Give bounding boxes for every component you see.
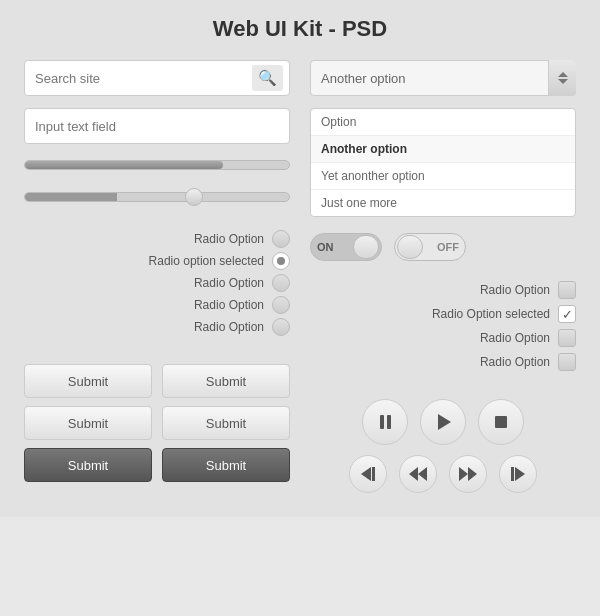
radio-row-5: Radio Option — [24, 318, 290, 336]
checkbox-4[interactable] — [558, 353, 576, 371]
submit-button-6[interactable]: Submit — [162, 448, 290, 482]
toggle-off-thumb — [397, 235, 423, 259]
radio-row-4: Radio Option — [24, 296, 290, 314]
radio-button-1[interactable] — [272, 230, 290, 248]
slider-input[interactable] — [24, 192, 290, 202]
pause-button[interactable] — [362, 399, 408, 445]
radio-button-2[interactable] — [272, 252, 290, 270]
fast-forward-icon — [459, 467, 477, 481]
media-controls — [310, 399, 576, 493]
buttons-row-3: Submit Submit — [24, 448, 290, 482]
checkbox-1[interactable] — [558, 281, 576, 299]
pause-bar-right — [387, 415, 391, 429]
text-input[interactable] — [24, 108, 290, 144]
checkbox-label-4: Radio Option — [480, 355, 550, 369]
progress-bar — [24, 160, 290, 170]
submit-button-2[interactable]: Submit — [162, 364, 290, 398]
radio-row-2: Radio option selected — [24, 252, 290, 270]
fast-forward-button[interactable] — [449, 455, 487, 493]
media-section — [310, 399, 576, 493]
buttons-row-1: Submit Submit — [24, 364, 290, 398]
skip-prev-icon — [361, 467, 375, 481]
arrow-down-icon — [558, 79, 568, 84]
checkbox-label-3: Radio Option — [480, 331, 550, 345]
radio-label-5: Radio Option — [194, 320, 264, 334]
toggle-row: ON OFF — [310, 233, 576, 261]
search-icon[interactable]: 🔍 — [252, 65, 283, 91]
dropdown-list: Option Another option Yet anonther optio… — [310, 108, 576, 217]
dropdown-container: Select an option Option Another option Y… — [310, 60, 576, 96]
skip-prev-button[interactable] — [349, 455, 387, 493]
play-button[interactable] — [420, 399, 466, 445]
toggle-off-label: OFF — [431, 241, 465, 253]
checkbox-3[interactable] — [558, 329, 576, 347]
play-icon — [438, 414, 451, 430]
search-box: 🔍 — [24, 60, 290, 96]
rewind-icon — [409, 467, 427, 481]
toggle-on[interactable]: ON — [310, 233, 382, 261]
dropdown-list-item-1[interactable]: Option — [311, 109, 575, 136]
checkbox-row-3: Radio Option — [310, 329, 576, 347]
radio-label-3: Radio Option — [194, 276, 264, 290]
rewind-button[interactable] — [399, 455, 437, 493]
slider-container — [24, 188, 290, 206]
pause-icon — [380, 415, 391, 429]
checkbox-2[interactable] — [558, 305, 576, 323]
dropdown-list-item-4[interactable]: Just one more — [311, 190, 575, 216]
toggle-on-label: ON — [311, 241, 340, 253]
checkbox-row-1: Radio Option — [310, 281, 576, 299]
submit-button-1[interactable]: Submit — [24, 364, 152, 398]
arrow-up-icon — [558, 72, 568, 77]
stop-icon — [495, 416, 507, 428]
page-title: Web UI Kit - PSD — [24, 16, 576, 42]
checkbox-row-2: Radio Option selected — [310, 305, 576, 323]
checkbox-row-4: Radio Option — [310, 353, 576, 371]
dropdown-arrow-icon — [548, 60, 576, 96]
buttons-row-2: Submit Submit — [24, 406, 290, 440]
media-main-row — [362, 399, 524, 445]
stop-button[interactable] — [478, 399, 524, 445]
progress-bar-fill — [25, 161, 223, 169]
toggle-off[interactable]: OFF — [394, 233, 466, 261]
media-secondary-row — [349, 455, 537, 493]
radio-options-left: Radio Option Radio option selected Radio… — [24, 230, 290, 336]
dropdown-select[interactable]: Select an option Option Another option Y… — [310, 60, 576, 96]
radio-button-3[interactable] — [272, 274, 290, 292]
radio-row-1: Radio Option — [24, 230, 290, 248]
skip-next-icon — [511, 467, 525, 481]
radio-button-4[interactable] — [272, 296, 290, 314]
pause-bar-left — [380, 415, 384, 429]
submit-button-5[interactable]: Submit — [24, 448, 152, 482]
radio-label-1: Radio Option — [194, 232, 264, 246]
progress-bar-container — [24, 160, 290, 170]
checkbox-options: Radio Option Radio Option selected Radio… — [310, 281, 576, 371]
radio-row-3: Radio Option — [24, 274, 290, 292]
radio-label-2: Radio option selected — [149, 254, 264, 268]
toggle-on-thumb — [353, 235, 379, 259]
radio-label-4: Radio Option — [194, 298, 264, 312]
checkbox-label-1: Radio Option — [480, 283, 550, 297]
search-input[interactable] — [35, 71, 252, 86]
checkbox-label-2: Radio Option selected — [432, 307, 550, 321]
dropdown-list-item-3[interactable]: Yet anonther option — [311, 163, 575, 190]
dropdown-list-item-2[interactable]: Another option — [311, 136, 575, 163]
submit-button-4[interactable]: Submit — [162, 406, 290, 440]
buttons-section: Submit Submit Submit Submit Submit Submi… — [24, 364, 290, 482]
submit-button-3[interactable]: Submit — [24, 406, 152, 440]
skip-next-button[interactable] — [499, 455, 537, 493]
radio-button-5[interactable] — [272, 318, 290, 336]
